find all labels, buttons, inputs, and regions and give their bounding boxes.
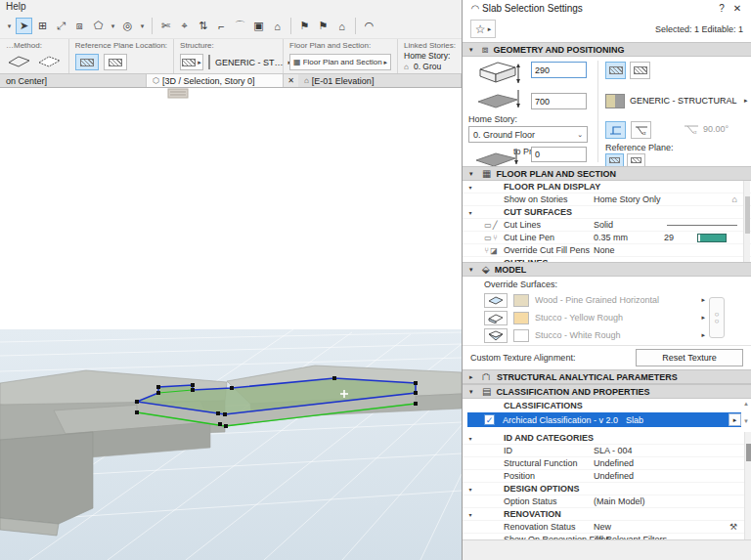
section-model-header[interactable]: ▾ ⬙ MODEL xyxy=(463,262,751,277)
collapse-triangle-icon[interactable]: ▸ xyxy=(469,373,477,381)
section-floorplan-header[interactable]: ▾ ▦ FLOOR PLAN AND SECTION xyxy=(463,166,751,181)
collapse-triangle-icon[interactable]: ▾ xyxy=(469,170,477,178)
checkbox-checked-icon[interactable]: ✓ xyxy=(484,414,495,425)
menu-help[interactable]: Help xyxy=(6,1,26,12)
row-position[interactable]: Position Undefined xyxy=(463,470,751,483)
row-cut-lines[interactable]: ▭╱ Cut Lines Solid xyxy=(463,219,751,232)
dropdown-arrow-icon[interactable]: ▾ xyxy=(138,18,147,34)
bottom-level-input[interactable] xyxy=(531,93,587,109)
circle-tool-icon[interactable]: ◎ xyxy=(119,18,136,34)
chevron-right-icon[interactable]: ▸ xyxy=(701,314,705,322)
surface-row-top[interactable]: Wood - Pine Grained Horizontal ▸ xyxy=(484,292,705,308)
tab-3d-selection[interactable]: ⬡ [3D / Selection, Story 0] xyxy=(147,74,284,87)
row-show-on-stories[interactable]: Show on Stories Home Story Only ⌂ xyxy=(463,194,751,206)
tab-elevation[interactable]: ⌂ [E-01 Elevation] xyxy=(298,74,462,87)
group-id-and-categories[interactable]: ▾ ID AND CATEGORIES xyxy=(463,432,751,445)
thickness-input[interactable] xyxy=(531,62,587,78)
surface-row-bottom[interactable]: Stucco - White Rough ▸ xyxy=(484,327,705,343)
elevate-tool-icon[interactable]: ⇅ xyxy=(195,18,211,34)
ref-plane-top-button[interactable] xyxy=(605,153,624,167)
slab-bottom-face-icon[interactable] xyxy=(484,328,508,343)
row-cut-line-pen[interactable]: ▭⑂ Cut Line Pen 0.35 mm 29 xyxy=(463,232,751,244)
scroll-down-icon[interactable]: ▼ xyxy=(743,418,749,424)
edge-vertical-button[interactable] xyxy=(605,121,626,139)
split-tool-icon[interactable]: ✄ xyxy=(157,18,174,34)
slab-top-face-icon[interactable] xyxy=(484,293,508,308)
building-material-swatch[interactable] xyxy=(208,55,210,69)
properties-scrollbar[interactable] xyxy=(744,432,751,539)
view-tab-bar: on Center] ⬡ [3D / Selection, Story 0] ✕… xyxy=(0,74,462,88)
collapse-triangle-icon[interactable]: ▾ xyxy=(463,486,478,493)
structure-composite-button[interactable] xyxy=(630,62,650,79)
favorites-button[interactable]: ☆ ▸ xyxy=(470,20,496,38)
arrow-tool-icon[interactable]: ➤ xyxy=(16,18,32,34)
morph-tool-icon[interactable]: ⬠ xyxy=(90,18,107,34)
collapse-triangle-icon[interactable]: ▾ xyxy=(463,511,478,518)
classification-selected-row[interactable]: ✓ Archicad Classification - v 2.0 Slab xyxy=(467,412,741,427)
collapse-triangle-icon[interactable]: ▾ xyxy=(469,46,477,54)
collapse-triangle-icon[interactable]: ▾ xyxy=(469,388,477,396)
edge-custom-button[interactable]: α xyxy=(631,121,651,139)
row-renovation-status[interactable]: Renovation Status New ⚒ xyxy=(463,521,751,534)
flag-label-tool-icon[interactable]: ⚑ xyxy=(315,18,331,34)
home-story-select[interactable]: 0. Ground Floor ⌄ xyxy=(468,126,588,143)
collapse-triangle-icon[interactable]: ▾ xyxy=(463,435,478,442)
dropdown-arrow-icon[interactable]: ▾ xyxy=(109,18,117,34)
pen-color-swatch[interactable] xyxy=(697,234,727,242)
building-material-row[interactable]: GENERIC - STRUCTURAL xyxy=(605,92,748,109)
close-button[interactable]: ✕ xyxy=(729,1,745,15)
home-story-value[interactable]: 0. Grou xyxy=(414,62,441,71)
fillet-tool-icon[interactable]: ⌒ xyxy=(232,18,248,34)
collapse-triangle-icon[interactable]: ▾ xyxy=(463,209,478,216)
help-button[interactable]: ? xyxy=(714,1,729,15)
chevron-right-icon[interactable]: ▸ xyxy=(701,296,705,304)
section-geometry-header[interactable]: ▾ ⧈ GEOMETRY AND POSITIONING xyxy=(463,42,751,57)
section-classification-header[interactable]: ▾ ▤ CLASSIFICATION AND PROPERTIES xyxy=(463,384,751,399)
group-renovation[interactable]: ▾ RENOVATION xyxy=(463,508,751,521)
close-tab-icon[interactable]: ✕ xyxy=(284,74,298,87)
floor-plan-display-button[interactable]: ▦ Floor Plan and Section… ▸ xyxy=(289,54,391,70)
corner-tool-icon[interactable]: ⌐ xyxy=(213,18,230,34)
surface-row-edge[interactable]: Stucco - Yellow Rough ▸ xyxy=(484,310,705,325)
figure-tool-icon[interactable]: ▣ xyxy=(250,18,267,34)
slab-edge-face-icon[interactable] xyxy=(484,311,508,325)
stretch-tool-icon[interactable]: ⤢ xyxy=(53,18,69,34)
row-id[interactable]: ID SLA - 004 xyxy=(463,445,751,457)
row-override-cut-fill-pens[interactable]: ⑂◪ Override Cut Fill Pens None xyxy=(463,244,751,257)
building-tool-icon[interactable]: ⌂ xyxy=(333,18,350,34)
subsection-cut-surfaces[interactable]: ▾ CUT SURFACES xyxy=(463,206,751,219)
row-structural-function[interactable]: Structural Function Undefined xyxy=(463,457,751,470)
group-design-options[interactable]: ▾ DESIGN OPTIONS xyxy=(463,483,751,495)
floorplan-scrollbar[interactable] xyxy=(743,181,750,262)
collapse-triangle-icon[interactable]: ▾ xyxy=(469,266,477,274)
ref-plane-bottom-button[interactable] xyxy=(104,54,127,70)
row-option-status[interactable]: Option Status (Main Model) xyxy=(463,495,751,508)
dropdown-arrow-icon[interactable]: ▾ xyxy=(5,18,14,34)
classification-picker-button[interactable]: ▸ xyxy=(729,413,741,426)
chevron-right-icon[interactable]: ▸ xyxy=(744,97,748,105)
link-surfaces-button[interactable]: ○ ○ xyxy=(709,297,725,338)
3d-viewport[interactable] xyxy=(0,88,462,560)
collapse-triangle-icon[interactable]: ▾ xyxy=(463,184,478,191)
dimension-tool-icon[interactable]: ⊞ xyxy=(34,18,51,34)
subsection-floor-plan-display[interactable]: ▾ FLOOR PLAN DISPLAY xyxy=(463,181,751,194)
slab-method-boundary-icon[interactable] xyxy=(36,54,62,68)
scroll-up-icon[interactable]: ▲ xyxy=(743,401,749,407)
structure-value[interactable]: GENERIC - ST… xyxy=(215,58,284,67)
ref-plane-bottom-button[interactable] xyxy=(627,153,645,167)
cloud-tool-icon[interactable]: ◠ xyxy=(361,18,377,34)
roof-tool-icon[interactable]: ⌂ xyxy=(269,18,286,34)
multiply-tool-icon[interactable]: ⧈ xyxy=(71,18,88,34)
reset-texture-button[interactable]: Reset Texture xyxy=(636,349,743,366)
tab-section-on-center[interactable]: on Center] xyxy=(0,74,147,87)
chevron-right-icon[interactable]: ▸ xyxy=(701,331,705,339)
slab-method-flat-icon[interactable] xyxy=(6,54,31,68)
ref-plane-top-button[interactable] xyxy=(75,54,99,70)
flag-tool-icon[interactable]: ⚑ xyxy=(296,18,313,34)
floorplan-icon: ▦ xyxy=(482,168,491,179)
structure-basic-button[interactable] xyxy=(605,62,626,79)
offset-input[interactable] xyxy=(531,147,587,162)
section-structural-header[interactable]: ▸ ⛫ STRUCTURAL ANALYTICAL PARAMETERS xyxy=(463,369,751,384)
adjust-tool-icon[interactable]: ⌖ xyxy=(176,18,193,34)
structure-type-button[interactable]: ▸ xyxy=(180,54,203,70)
